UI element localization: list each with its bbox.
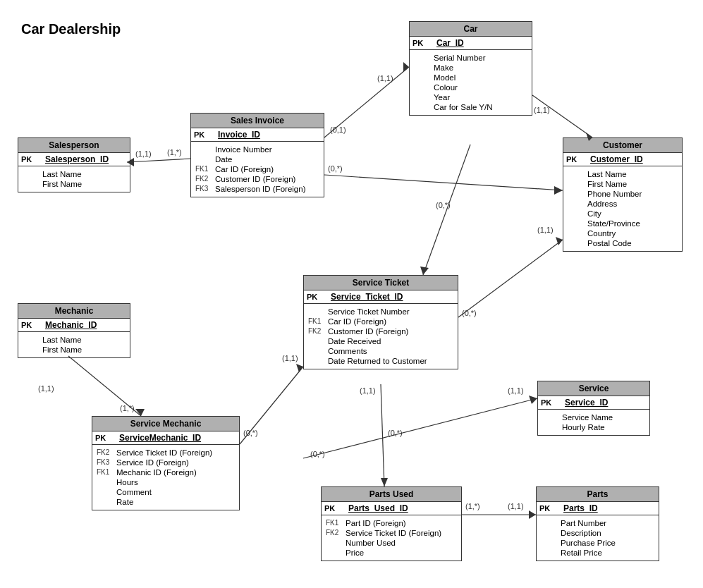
svg-marker-30 <box>529 396 537 404</box>
svg-text:(1,1): (1,1) <box>360 386 376 395</box>
entity-service-ticket-header: Service Ticket <box>304 276 458 290</box>
svg-text:(1,*): (1,*) <box>120 404 135 412</box>
svg-line-25 <box>240 367 303 444</box>
entity-mechanic-body: Last Name First Name <box>18 332 130 357</box>
customer-field-6: State/Province <box>568 219 678 228</box>
svg-text:(1,1): (1,1) <box>282 354 298 362</box>
entity-service-mechanic-header: Service Mechanic <box>92 417 239 431</box>
customer-field-1: Last Name <box>568 169 678 179</box>
entity-parts-used: Parts Used PK Parts_Used_ID FK1Part ID (… <box>321 486 462 561</box>
si-field-3: FK1Car ID (Foreign) <box>195 164 319 174</box>
svg-marker-9 <box>554 186 563 195</box>
entity-service-ticket-pk-field: Service_Ticket_ID <box>331 292 403 302</box>
svg-marker-34 <box>381 478 388 486</box>
customer-field-2: First Name <box>568 179 678 189</box>
svg-line-8 <box>324 175 563 190</box>
car-field-3: Model <box>414 73 527 82</box>
svg-text:(1,1): (1,1) <box>537 226 554 234</box>
svg-text:(1,*): (1,*) <box>167 148 182 157</box>
svc-field-2: Hourly Rate <box>542 422 645 432</box>
entity-customer-pk-label: PK <box>566 155 586 164</box>
svg-line-14 <box>423 145 470 275</box>
entity-service-ticket-pk-label: PK <box>307 293 326 301</box>
entity-parts: Parts PK Parts_ID Part Number Descriptio… <box>536 486 659 561</box>
svg-text:(0,*): (0,*) <box>436 201 451 209</box>
entity-mechanic-pk-field: Mechanic_ID <box>45 320 97 330</box>
svg-text:(0,1): (0,1) <box>330 125 346 134</box>
entity-parts-used-pk-label: PK <box>324 504 344 513</box>
entity-salesperson-body: Last Name First Name <box>18 166 130 192</box>
customer-field-5: City <box>568 209 678 219</box>
svg-line-33 <box>381 384 384 486</box>
entity-parts-used-header: Parts Used <box>322 487 461 502</box>
customer-field-7: Country <box>568 228 678 238</box>
st-field-6: Date Returned to Customer <box>308 356 453 366</box>
salesperson-field-1: Last Name <box>23 169 126 179</box>
entity-salesperson-pk-label: PK <box>21 155 41 164</box>
customer-field-4: Address <box>568 199 678 209</box>
svg-marker-22 <box>135 409 145 416</box>
svg-line-17 <box>458 240 563 317</box>
svg-text:(1,*): (1,*) <box>465 502 480 510</box>
car-field-4: Colour <box>414 82 527 92</box>
entity-mechanic-pk-label: PK <box>21 321 41 329</box>
st-field-1: Service Ticket Number <box>308 307 453 317</box>
si-field-1: Invoice Number <box>195 145 319 154</box>
svg-text:(1,1): (1,1) <box>38 384 54 393</box>
entity-service-body: Service Name Hourly Rate <box>538 410 649 435</box>
entity-sales-invoice-pk-field: Invoice_ID <box>218 130 260 140</box>
svg-line-11 <box>532 95 592 137</box>
entity-service-ticket-body: Service Ticket Number FK1Car ID (Foreign… <box>304 304 458 369</box>
entity-sales-invoice-pk-label: PK <box>194 130 214 139</box>
entity-service-pk-label: PK <box>541 398 561 407</box>
entity-mechanic: Mechanic PK Mechanic_ID Last Name First … <box>18 303 130 358</box>
entity-customer-header: Customer <box>563 138 682 153</box>
si-field-2: Date <box>195 154 319 164</box>
car-field-5: Year <box>414 92 527 102</box>
svg-text:(1,1): (1,1) <box>534 106 550 114</box>
entity-car: Car PK Car_ID Serial Number Make Model C… <box>409 21 532 116</box>
svg-text:(0,*): (0,*) <box>328 164 343 173</box>
entity-parts-used-body: FK1Part ID (Foreign) FK2Service Ticket I… <box>322 515 461 561</box>
svg-marker-38 <box>529 510 536 519</box>
entity-car-body: Serial Number Make Model Colour Year Car… <box>410 50 532 115</box>
svg-text:(1,1): (1,1) <box>377 74 393 82</box>
entity-parts-header: Parts <box>537 487 659 502</box>
car-field-1: Serial Number <box>414 53 527 63</box>
entity-parts-pk-label: PK <box>539 504 559 513</box>
svg-line-4 <box>127 159 190 162</box>
entity-parts-used-pk-field: Parts_Used_ID <box>348 503 408 513</box>
st-field-5: Comments <box>308 346 453 356</box>
si-field-4: FK2Customer ID (Foreign) <box>195 174 319 184</box>
entity-service-mechanic-body: FK2Service Ticket ID (Foreign) FK3Servic… <box>92 445 239 510</box>
entity-car-pk-field: Car_ID <box>436 38 464 48</box>
parts-field-3: Purchase Price <box>541 538 654 548</box>
customer-field-3: Phone Number <box>568 189 678 199</box>
sm-field-6: Rate <box>97 497 235 507</box>
entity-service-header: Service <box>538 381 649 396</box>
entity-service-mechanic-pk-field: ServiceMechanic_ID <box>119 433 201 443</box>
svg-text:(1,1): (1,1) <box>508 386 524 395</box>
svg-line-21 <box>68 356 141 416</box>
mechanic-field-1: Last Name <box>23 335 126 345</box>
entity-service-ticket: Service Ticket PK Service_Ticket_ID Serv… <box>303 275 458 369</box>
parts-field-2: Description <box>541 528 654 538</box>
svg-marker-18 <box>556 237 563 245</box>
parts-field-4: Retail Price <box>541 548 654 558</box>
entity-service-mechanic: Service Mechanic PK ServiceMechanic_ID F… <box>92 416 240 510</box>
entity-service: Service PK Service_ID Service Name Hourl… <box>537 381 650 436</box>
sm-field-1: FK2Service Ticket ID (Foreign) <box>97 448 235 458</box>
svg-marker-1 <box>403 62 409 72</box>
entity-parts-pk-field: Parts_ID <box>563 503 598 513</box>
svg-text:(0,*): (0,*) <box>462 309 477 317</box>
pu-field-3: Number Used <box>326 538 457 548</box>
parts-field-1: Part Number <box>541 518 654 528</box>
diagram-title: Car Dealership <box>21 21 121 37</box>
customer-field-8: Postal Code <box>568 238 678 248</box>
entity-customer-body: Last Name First Name Phone Number Addres… <box>563 166 682 251</box>
svg-text:(0,*): (0,*) <box>310 450 325 458</box>
entity-salesperson-pk-field: Salesperson_ID <box>45 154 109 164</box>
entity-salesperson: Salesperson PK Salesperson_ID Last Name … <box>18 137 130 192</box>
sm-field-2: FK3Service ID (Foreign) <box>97 458 235 467</box>
entity-car-header: Car <box>410 22 532 37</box>
